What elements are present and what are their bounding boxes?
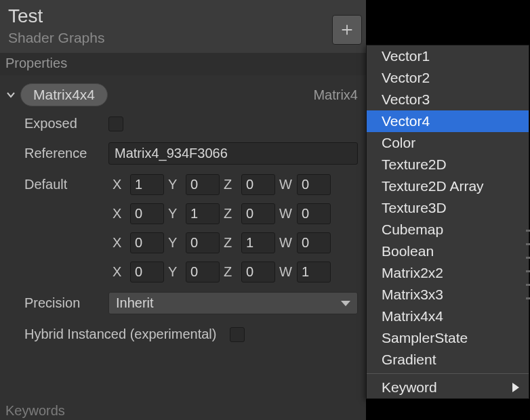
matrix-row: DefaultXYZW [0, 170, 366, 199]
exposed-checkbox[interactable] [108, 117, 123, 131]
axis-label-y: Y [168, 235, 182, 251]
matrix-row: XYZW [0, 199, 366, 228]
axis-label-w: W [279, 177, 293, 192]
submenu-label: Keyword [382, 379, 437, 396]
matrix-cell-1-3[interactable] [297, 203, 331, 224]
menu-item-boolean[interactable]: Boolean [367, 240, 529, 262]
precision-value: Inherit [116, 295, 154, 311]
precision-label: Precision [24, 295, 108, 311]
menu-item-matrix4x4[interactable]: Matrix4x4 [367, 306, 529, 327]
axis-label-w: W [279, 264, 293, 280]
menu-item-vector4[interactable]: Vector4 [367, 110, 529, 132]
hybrid-label: Hybrid Instanced (experimental) [24, 327, 216, 342]
axis-label-x: X [113, 264, 126, 280]
axis-label-z: Z [224, 177, 237, 192]
matrix-cell-2-3[interactable] [297, 232, 331, 253]
matrix-row: XYZW [0, 257, 366, 287]
asset-type-label: Shader Graphs [8, 30, 358, 46]
matrix-cell-3-2[interactable] [241, 261, 275, 282]
property-row[interactable]: Matrix4x4 Matrix4 [0, 75, 366, 110]
matrix-row: XYZW [0, 228, 366, 257]
matrix-cell-0-0[interactable] [130, 174, 164, 195]
axis-label-x: X [113, 206, 126, 222]
menu-item-texture3d[interactable]: Texture3D [367, 197, 529, 219]
axis-label-z: Z [224, 235, 237, 251]
axis-label-z: Z [224, 264, 237, 280]
precision-dropdown[interactable]: Inherit [108, 292, 358, 314]
matrix-cell-0-3[interactable] [297, 174, 331, 195]
menu-item-matrix2x2[interactable]: Matrix2x2 [367, 262, 529, 284]
default-label: Default [24, 177, 108, 192]
reference-label: Reference [24, 146, 108, 161]
dropdown-arrow-icon [341, 301, 350, 306]
default-matrix: DefaultXYZWXYZWXYZWXYZW [0, 170, 366, 287]
matrix-cell-1-0[interactable] [130, 203, 164, 224]
menu-item-vector3[interactable]: Vector3 [367, 89, 529, 110]
axis-label-w: W [279, 206, 293, 222]
submenu-arrow-icon [512, 383, 519, 392]
property-type-label: Matrix4 [313, 87, 358, 103]
matrix-cell-2-1[interactable] [186, 232, 220, 253]
exposed-row: Exposed [0, 110, 366, 137]
menu-item-vector1[interactable]: Vector1 [367, 45, 529, 67]
menu-item-texture2d[interactable]: Texture2D [367, 154, 529, 175]
menu-item-keyword[interactable]: Keyword [367, 377, 529, 398]
axis-label-x: X [113, 177, 126, 192]
matrix-cell-1-2[interactable] [241, 203, 275, 224]
properties-section-label: Properties [0, 53, 366, 75]
asset-title: Test [8, 5, 358, 27]
menu-separator [367, 373, 529, 374]
expand-toggle[interactable] [5, 89, 18, 100]
axis-label-y: Y [168, 177, 182, 192]
axis-label-y: Y [168, 264, 182, 280]
chevron-down-icon [5, 89, 16, 100]
hybrid-row: Hybrid Instanced (experimental) [0, 320, 366, 348]
axis-label-w: W [279, 235, 293, 251]
add-property-menu[interactable]: Vector1Vector2Vector3Vector4ColorTexture… [366, 45, 529, 399]
exposed-label: Exposed [24, 116, 108, 131]
property-chip[interactable]: Matrix4x4 [20, 83, 108, 106]
matrix-cell-0-2[interactable] [241, 174, 275, 195]
menu-item-vector2[interactable]: Vector2 [367, 67, 529, 89]
menu-item-gradient[interactable]: Gradient [367, 349, 529, 371]
matrix-cell-3-3[interactable] [297, 261, 331, 282]
scroll-handle[interactable] [526, 224, 530, 305]
hybrid-checkbox[interactable] [230, 327, 245, 342]
matrix-cell-3-0[interactable] [130, 261, 164, 282]
menu-item-texture2d-array[interactable]: Texture2D Array [367, 175, 529, 197]
inspector-panel: Test Shader Graphs Properties Matrix4x4 … [0, 0, 366, 420]
reference-row: Reference [0, 137, 366, 170]
plus-icon [340, 22, 354, 37]
matrix-cell-3-1[interactable] [186, 261, 220, 282]
add-property-button[interactable] [332, 15, 362, 45]
axis-label-z: Z [224, 206, 237, 222]
menu-item-color[interactable]: Color [367, 132, 529, 154]
matrix-cell-2-0[interactable] [130, 232, 164, 253]
matrix-cell-0-1[interactable] [186, 174, 220, 195]
menu-item-samplerstate[interactable]: SamplerState [367, 327, 529, 349]
matrix-cell-2-2[interactable] [241, 232, 275, 253]
keywords-section-label: Keywords [5, 403, 65, 419]
precision-row: Precision Inherit [0, 287, 366, 320]
matrix-cell-1-1[interactable] [186, 203, 220, 224]
menu-item-matrix3x3[interactable]: Matrix3x3 [367, 284, 529, 306]
axis-label-x: X [113, 235, 126, 251]
axis-label-y: Y [168, 206, 182, 222]
reference-input[interactable] [108, 142, 358, 165]
menu-item-cubemap[interactable]: Cubemap [367, 219, 529, 240]
header: Test Shader Graphs [0, 0, 366, 53]
